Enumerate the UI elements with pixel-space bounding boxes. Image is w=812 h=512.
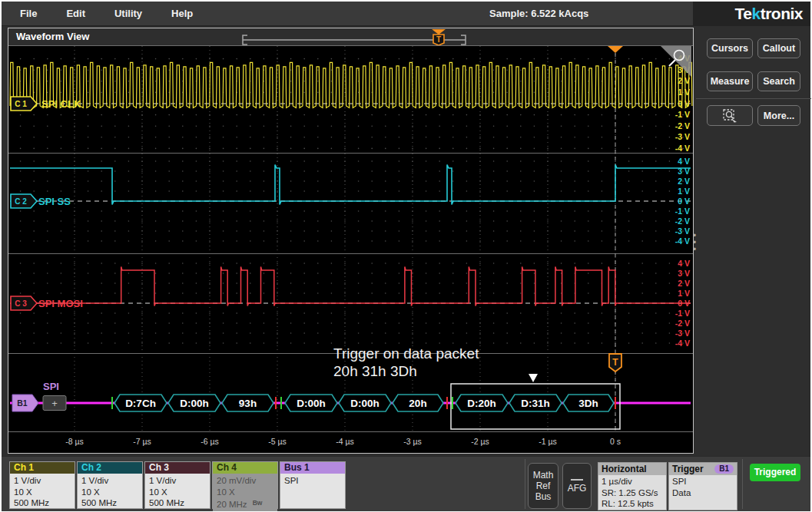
badge-ch-2[interactable]: Ch 21 V/div10 X500 MHz	[77, 461, 143, 509]
grid-dot	[602, 160, 603, 162]
grid-dot	[20, 273, 22, 274]
time-axis-label: -4 µs	[336, 437, 354, 446]
menu-item-edit[interactable]: Edit	[66, 8, 85, 19]
badge-ch-1[interactable]: Ch 11 V/div10 X500 MHz	[9, 461, 75, 509]
grid-dot	[439, 240, 440, 242]
grid-dot	[196, 240, 197, 242]
graticule[interactable]: 4 V3 V2 V1 V0 V-1 V-2 V-3 V-4 VC 1SPI CL…	[8, 45, 693, 453]
waveform-view-header[interactable]: Waveform View T	[8, 28, 693, 45]
grid-dot	[452, 210, 454, 212]
grid-dot	[344, 148, 346, 150]
grid-dot	[602, 114, 603, 116]
grid-dot	[426, 263, 427, 264]
grid-dot	[128, 292, 130, 294]
grid-dot	[88, 263, 89, 264]
grid-dot	[574, 220, 575, 222]
logo-block: Tektronix	[693, 2, 810, 25]
grid-dot	[168, 263, 170, 264]
grid-dot	[602, 148, 603, 150]
grid-dot	[61, 81, 62, 82]
callout-button[interactable]: Callout	[757, 38, 800, 58]
grid-dot	[371, 292, 373, 294]
grid-dot	[223, 322, 224, 324]
grid-dot	[466, 210, 468, 212]
grid-dot	[655, 160, 657, 162]
grid-dot	[331, 230, 333, 232]
grid-dot	[196, 292, 197, 294]
grid-dot	[101, 273, 102, 274]
grid-dot	[655, 180, 657, 182]
math-ref-bus-button[interactable]: MathRefBus	[528, 463, 558, 509]
grid-dot	[317, 322, 319, 324]
grid-dot	[466, 137, 468, 138]
grid-dot	[385, 160, 386, 162]
grid-dot	[141, 342, 143, 344]
grid-dot	[209, 263, 210, 264]
menu-item-help[interactable]: Help	[171, 8, 193, 19]
grid-dot	[196, 114, 197, 116]
grid-dot	[669, 210, 671, 212]
afg-button[interactable]: AFG	[562, 463, 592, 509]
grid-dot	[168, 125, 170, 127]
grid-dot	[61, 240, 62, 242]
grid-dot	[114, 332, 116, 334]
trigger-position-marker-icon[interactable]	[608, 46, 623, 53]
horizontal-settings-panel[interactable]: Horizontal 1 µs/divSR: 1.25 GS/sRL: 12.5…	[598, 462, 667, 510]
grid-dot	[33, 210, 35, 212]
grid-dot	[114, 180, 116, 182]
grid-dot	[534, 263, 535, 264]
grid-dot	[641, 125, 643, 127]
toolbar-divider	[696, 98, 811, 99]
grid-dot	[101, 180, 102, 182]
grid-dot	[303, 312, 305, 314]
menu-items: FileEditUtilityHelp	[20, 2, 193, 25]
grid-dot	[182, 170, 184, 172]
cursors-button[interactable]: Cursors	[707, 38, 753, 58]
grid-dot	[534, 92, 535, 94]
grid-dot	[412, 148, 413, 150]
grid-dot	[20, 137, 22, 138]
channel-name-label: SPI CLK	[41, 98, 81, 110]
grid-dot	[101, 292, 102, 294]
grid-dot	[236, 263, 237, 264]
overview-trigger-triangle-icon[interactable]	[432, 29, 446, 35]
grid-dot	[506, 332, 508, 334]
grid-dot	[466, 170, 468, 172]
grid-dot	[250, 263, 251, 264]
grid-dot	[20, 170, 22, 172]
grid-dot	[628, 170, 630, 172]
grid-dot	[303, 92, 305, 94]
bus-packet-value: D:00h	[350, 398, 379, 409]
grid-dot	[615, 58, 616, 60]
grid-dot	[655, 125, 657, 127]
badge-bus-1[interactable]: Bus 1SPI	[280, 461, 346, 509]
grid-dot	[277, 312, 278, 314]
grid-dot	[303, 263, 305, 264]
grid-dot	[61, 125, 62, 127]
grid-dot	[506, 282, 508, 284]
grid-dot	[236, 148, 237, 150]
menu-item-utility[interactable]: Utility	[114, 8, 142, 19]
grid-dot	[602, 190, 603, 192]
volt-scale-label: 0 V	[678, 99, 690, 108]
grid-dot	[182, 114, 184, 116]
grid-dot	[493, 137, 495, 138]
grid-dot	[250, 160, 251, 162]
menu-item-file[interactable]: File	[20, 8, 37, 19]
trigger-settings-panel[interactable]: Trigger B1 SPIData	[668, 462, 737, 510]
search-button[interactable]: Search	[757, 71, 800, 91]
grid-dot	[412, 170, 413, 172]
grid-dot	[114, 240, 116, 242]
badge-ch-4[interactable]: Ch 420 mV/div10 X20 MHzBw	[212, 461, 278, 509]
zoom-select-button[interactable]	[707, 105, 753, 126]
horizontal-overview-bar[interactable]: T	[235, 28, 481, 45]
more-button[interactable]: More...	[757, 105, 800, 126]
measure-button[interactable]: Measure	[707, 71, 753, 91]
grid-dot	[426, 282, 427, 284]
badge-ch-3[interactable]: Ch 31 V/div10 X500 MHz	[144, 461, 210, 509]
grid-dot	[263, 125, 265, 127]
grid-dot	[47, 273, 48, 274]
grid-dot	[588, 273, 589, 274]
grid-dot	[141, 190, 143, 192]
grid-dot	[588, 69, 589, 71]
